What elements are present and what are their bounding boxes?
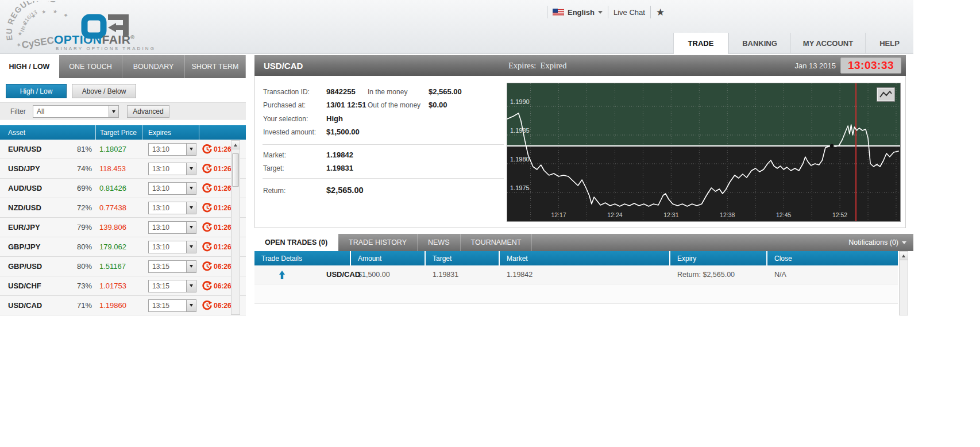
optionfair-logo[interactable]: EU REGULATED № 216/13 ★ ★ ★ ★ ★ ★ ★ CySE… xyxy=(6,1,167,53)
header-utility-bar: English Live Chat ★ xyxy=(547,5,665,19)
us-flag-icon xyxy=(553,9,564,16)
column-header-amount: Amount xyxy=(351,251,426,265)
asset-payout: 71% xyxy=(68,301,92,310)
asset-row-aud-usd[interactable]: AUD/USD69%0.8142613:1001:26 xyxy=(0,179,246,198)
countdown-cell: 01:26 xyxy=(202,164,232,174)
countdown-timer: 01:26 xyxy=(214,204,232,212)
scroll-up-button[interactable] xyxy=(900,252,908,260)
detail-label: Return: xyxy=(263,187,285,195)
filter-select[interactable]: All xyxy=(33,105,119,118)
column-header-close: Close xyxy=(767,251,898,265)
tab-news[interactable]: NEWS xyxy=(418,234,461,251)
chart-type-button[interactable] xyxy=(877,88,894,101)
expiry-select[interactable]: 13:15 xyxy=(148,260,196,273)
asset-list-scrollbar[interactable] xyxy=(231,140,240,315)
column-header-target: Target xyxy=(426,251,500,265)
expiry-select[interactable]: 13:10 xyxy=(148,182,196,195)
advanced-button[interactable]: Advanced xyxy=(127,105,169,118)
option-type-tabs: HIGH / LOW ONE TOUCH BOUNDARY SHORT TERM xyxy=(0,55,246,78)
detail-value-return: $2,565.00 xyxy=(326,186,364,195)
asset-payout: 79% xyxy=(68,223,92,232)
open-trade-row[interactable]: USD/CAD $1,500.00 1.19831 1.19842 Return… xyxy=(254,265,898,284)
language-selector[interactable]: English xyxy=(553,8,603,17)
asset-row-usd-cad[interactable]: USD/CAD71%1.1986013:1506:26 xyxy=(0,296,246,315)
favorites-star-icon[interactable]: ★ xyxy=(656,7,665,17)
asset-payout: 81% xyxy=(68,145,92,153)
nav-tab-trade[interactable]: TRADE xyxy=(673,33,728,54)
asset-row-eur-usd[interactable]: EUR/USD81%1.1802713:1001:26 xyxy=(0,140,246,159)
asset-payout: 80% xyxy=(68,242,92,251)
tab-trade-history[interactable]: TRADE HISTORY xyxy=(338,234,418,251)
asset-name: NZD/USD xyxy=(8,203,41,212)
nav-tab-my-account[interactable]: MY ACCOUNT xyxy=(790,33,865,54)
detail-value-purchased-at: 13/01 12:51 xyxy=(326,101,366,109)
live-chat-link[interactable]: Live Chat xyxy=(614,8,645,17)
asset-row-gbp-jpy[interactable]: GBP/JPY80%179.06213:1001:26 xyxy=(0,237,246,257)
asset-name: AUD/USD xyxy=(8,184,42,192)
expiry-select[interactable]: 13:15 xyxy=(148,299,196,312)
dropdown-arrow-icon xyxy=(186,261,196,272)
countdown-timer: 06:26 xyxy=(214,282,232,290)
asset-target-price: 0.81426 xyxy=(99,184,126,192)
x-axis-label: 12:45 xyxy=(776,211,791,218)
asset-name: USD/CAD xyxy=(8,301,42,310)
detail-value-invested: $1,500.00 xyxy=(326,128,360,136)
asset-row-usd-jpy[interactable]: USD/JPY74%118.45313:1001:26 xyxy=(0,159,246,179)
asset-name: USD/JPY xyxy=(8,164,40,173)
tab-open-trades[interactable]: OPEN TRADES (0) xyxy=(254,234,338,251)
y-axis-label: 1.1990 xyxy=(510,98,530,105)
asset-name: EUR/USD xyxy=(8,145,42,153)
notifications-label: Notifications (0) xyxy=(848,238,898,246)
price-chart-svg: 1.19901.19851.19801.197512:1712:2412:311… xyxy=(507,83,900,221)
detail-value-in-money: $2,565.00 xyxy=(429,87,462,96)
filter-label: Filter xyxy=(10,107,26,115)
divider xyxy=(263,178,504,179)
expiry-select[interactable]: 13:10 xyxy=(148,143,196,156)
detail-label: Target: xyxy=(263,164,284,172)
detail-value-selection: High xyxy=(326,114,343,123)
tab-tournament[interactable]: TOURNAMENT xyxy=(461,234,533,251)
notifications-dropdown[interactable]: Notifications (0) xyxy=(848,234,906,251)
asset-row-usd-chf[interactable]: USD/CHF73%1.0175313:1506:26 xyxy=(0,276,246,296)
trade-amount: $1,500.00 xyxy=(351,271,426,279)
chevron-down-icon xyxy=(902,241,906,244)
countdown-clock-icon xyxy=(202,144,212,154)
asset-target-price: 179.062 xyxy=(99,242,126,251)
high-low-button[interactable]: High / Low xyxy=(6,84,67,98)
asset-row-eur-jpy[interactable]: EUR/JPY79%139.80613:1001:26 xyxy=(0,218,246,237)
divider xyxy=(547,6,547,18)
panel-date: Jan 13 2015 xyxy=(794,61,836,70)
tab-high-low[interactable]: HIGH / LOW xyxy=(0,55,59,78)
x-axis-label: 12:31 xyxy=(663,211,678,218)
tab-short-term[interactable]: SHORT TERM xyxy=(185,55,246,78)
divider xyxy=(263,144,504,145)
asset-target-price: 1.01753 xyxy=(99,282,126,290)
expiry-select[interactable]: 13:10 xyxy=(148,221,196,234)
trade-details-panel: Transaction ID: 9842255 Purchased at: 13… xyxy=(254,76,906,228)
detail-value-out-money: $0.00 xyxy=(429,101,447,109)
expiry-select-value: 13:15 xyxy=(149,263,186,271)
countdown-timer: 01:26 xyxy=(214,223,232,232)
countdown-clock-icon xyxy=(202,203,212,213)
expiry-select-value: 13:15 xyxy=(149,282,186,290)
countdown-cell: 06:26 xyxy=(202,261,232,271)
asset-row-nzd-usd[interactable]: NZD/USD72%0.7743813:1001:26 xyxy=(0,198,246,218)
expiry-select[interactable]: 13:10 xyxy=(148,163,196,175)
tab-boundary[interactable]: BOUNDARY xyxy=(122,55,185,78)
expiry-select[interactable]: 13:15 xyxy=(148,280,196,292)
nav-tab-banking[interactable]: BANKING xyxy=(728,33,790,54)
tab-one-touch[interactable]: ONE TOUCH xyxy=(59,55,122,78)
panel-pair-title: USD/CAD xyxy=(264,61,303,71)
scrollbar-thumb[interactable] xyxy=(232,153,239,187)
expiry-select[interactable]: 13:10 xyxy=(148,241,196,253)
x-axis-label: 12:17 xyxy=(551,211,566,218)
asset-payout: 80% xyxy=(68,262,92,271)
open-trades-scrollbar[interactable] xyxy=(899,251,908,315)
asset-name: USD/CHF xyxy=(8,282,41,290)
nav-tab-help[interactable]: HELP xyxy=(865,33,913,54)
scroll-up-button[interactable] xyxy=(232,141,240,149)
expiry-select[interactable]: 13:10 xyxy=(148,202,196,214)
expiry-select-value: 13:10 xyxy=(149,165,186,173)
asset-row-gbp-usd[interactable]: GBP/USD80%1.5116713:1506:26 xyxy=(0,257,246,276)
above-below-button[interactable]: Above / Below xyxy=(72,84,136,98)
